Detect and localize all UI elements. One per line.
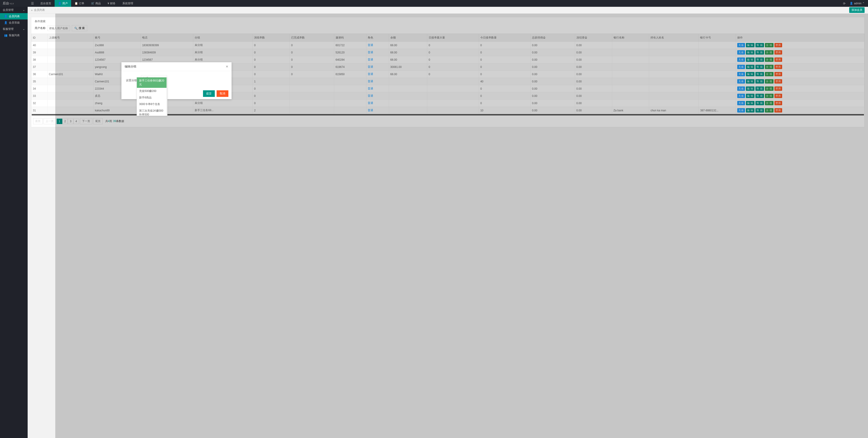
chevron-up-icon: ⌃ — [862, 2, 865, 5]
user-menu[interactable]: 👤 admin ⌃ — [850, 2, 865, 5]
logo-text: 后台 — [3, 1, 9, 5]
goods-icon: 🛒 — [91, 2, 94, 5]
username: admin — [854, 2, 862, 5]
logo-version: V1.0 — [9, 2, 14, 5]
user-icon: 👤 — [58, 2, 61, 5]
topnav-home[interactable]: 后台首页 — [37, 0, 55, 7]
topnav-system[interactable]: 系统管理 — [119, 0, 136, 7]
topnav-user[interactable]: 👤用户 — [55, 0, 71, 7]
refresh-icon[interactable]: ⟳ — [843, 2, 845, 5]
finance-icon: ¥ — [107, 2, 109, 5]
order-icon: 📋 — [74, 2, 78, 5]
topnav-finance[interactable]: ¥财务 — [104, 0, 119, 7]
topnav-order[interactable]: 📋订单 — [71, 0, 88, 7]
topnav-goods[interactable]: 🛒商品 — [88, 0, 104, 7]
logo: 后台 V1.0 — [0, 1, 28, 5]
menu-toggle-icon[interactable]: ☰ — [28, 2, 37, 5]
top-header: 后台 V1.0 ☰ 后台首页👤用户📋订单🛒商品¥财务系统管理 ⟳ 👤 admin… — [0, 0, 868, 7]
user-icon: 👤 — [850, 2, 853, 5]
